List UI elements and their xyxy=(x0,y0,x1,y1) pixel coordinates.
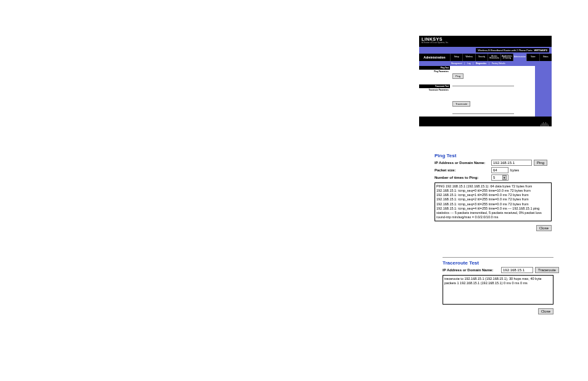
ping-close-button[interactable]: Close xyxy=(536,225,552,231)
traceroute-close-button[interactable]: Close xyxy=(538,308,553,314)
traceroute-submit-button[interactable]: Traceroute xyxy=(535,267,559,273)
ping-test-window: Ping Test IP Address or Domain Name: Pin… xyxy=(435,153,552,231)
nav-access[interactable]: Access Restrictions xyxy=(488,54,500,61)
router-admin-panel: LINKSYS A Division of Cisco Systems, Inc… xyxy=(419,36,552,126)
ping-packet-input[interactable] xyxy=(491,167,508,173)
right-column xyxy=(535,66,552,117)
subnav-diagnostics[interactable]: Diagnostics xyxy=(476,62,486,65)
chevron-down-icon: ▾ xyxy=(502,175,507,180)
ping-num-value: 5 xyxy=(493,176,495,179)
nav-security[interactable]: Security xyxy=(475,54,488,61)
ping-submit-button[interactable]: Ping xyxy=(534,160,547,166)
nav-status[interactable]: Status xyxy=(539,54,552,61)
device-header: Wireless-G Broadband Router with 2 Phone… xyxy=(419,47,552,54)
main-nav: Administration Setup Wireless Security A… xyxy=(419,54,552,61)
ping-num-label: Number of times to Ping: xyxy=(435,176,491,179)
traceroute-title: Traceroute Test xyxy=(443,260,553,266)
ping-output: PING 192.168.15.1 (192.168.15.1): 64 dat… xyxy=(435,182,552,221)
main-content: Ping Traceroute xyxy=(450,66,535,117)
device-model: WRT54GP2 xyxy=(534,49,547,52)
ping-input-line[interactable] xyxy=(452,81,514,86)
subnav-log[interactable]: Log xyxy=(467,62,470,65)
logo: LINKSYS xyxy=(422,37,449,41)
subnav-factory[interactable]: Factory Defaults xyxy=(492,62,505,65)
logo-subtitle: A Division of Cisco Systems, Inc. xyxy=(422,41,449,44)
nav-setup[interactable]: Setup xyxy=(450,54,462,61)
subnav-management[interactable]: Management xyxy=(451,62,462,65)
sub-nav: Management | Log | Diagnostics | Factory… xyxy=(419,61,552,66)
router-logo-bar: LINKSYS A Division of Cisco Systems, Inc… xyxy=(419,36,552,44)
nav-apps[interactable]: Applications & Gaming xyxy=(500,54,513,61)
traceroute-input-line[interactable] xyxy=(452,109,514,114)
ping-packet-unit: bytes xyxy=(510,168,519,172)
ping-button[interactable]: Ping xyxy=(452,73,463,79)
traceroute-button[interactable]: Traceroute xyxy=(452,101,470,107)
traceroute-output: traceroute to 192.168.15.1 (192.168.15.1… xyxy=(443,275,553,305)
ping-ip-input[interactable] xyxy=(491,160,532,166)
sidebar: Ping Test Ping Parameters Traceroute Tes… xyxy=(419,66,450,117)
nav-voice[interactable]: Voice xyxy=(526,54,539,61)
ping-title: Ping Test xyxy=(435,153,552,158)
device-name: Wireless-G Broadband Router with 2 Phone… xyxy=(478,49,532,52)
traceroute-test-window: Traceroute Test IP Address or Domain Nam… xyxy=(443,257,553,314)
nav-wireless[interactable]: Wireless xyxy=(462,54,475,61)
traceroute-ip-label: IP Address or Domain Name: xyxy=(443,268,501,272)
footer-bar xyxy=(419,117,552,126)
sidebar-tr-params: Traceroute Parameters xyxy=(419,88,450,92)
ping-ip-label: IP Address or Domain Name: xyxy=(435,161,491,165)
ping-packet-label: Packet size: xyxy=(435,168,491,172)
cisco-icon xyxy=(541,118,549,124)
nav-admin[interactable]: Administration xyxy=(513,54,526,61)
traceroute-ip-input[interactable] xyxy=(501,267,533,273)
section-label: Administration xyxy=(423,55,445,59)
ping-num-select[interactable]: 5 ▾ xyxy=(491,174,508,181)
